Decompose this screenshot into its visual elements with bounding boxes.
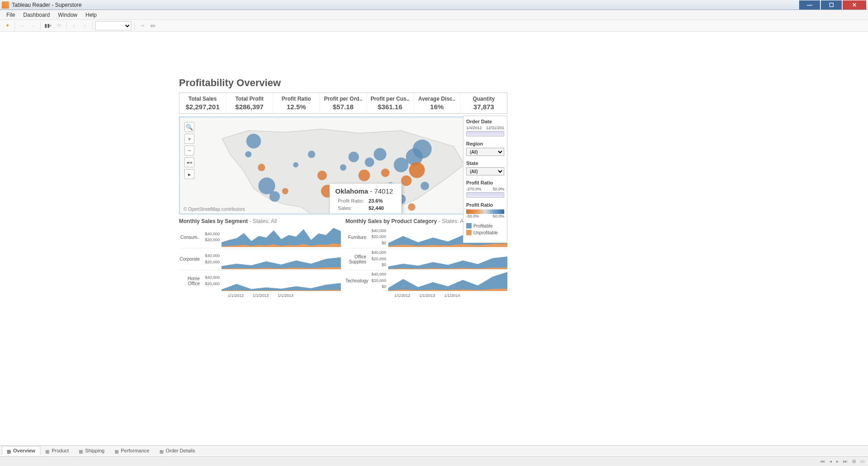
dashboard: Profitability Overview Total Sales $2,29… [179,77,507,298]
tab-performance[interactable]: ⊞Performance [110,446,154,455]
map-play-button[interactable]: ▸ [184,169,194,179]
menu-file[interactable]: File [3,11,19,19]
filter-region-label: Region [466,141,504,146]
svg-point-22 [413,140,432,159]
chart-title: Monthly Sales by Segment - States: All [179,218,341,224]
kpi-profit-per-customer[interactable]: Profit per Cus.. $361.16 [367,93,414,113]
tooltip-state: Oklahoma [335,187,368,195]
svg-point-16 [381,169,390,177]
svg-point-6 [293,162,299,168]
mini-chart[interactable] [222,249,341,269]
filter-region-select[interactable]: (All) [466,148,504,156]
kpi-value: $2,297,201 [181,103,224,111]
grid-view-icon[interactable]: ⊞ [852,459,856,464]
kpi-quantity[interactable]: Quantity 37,873 [461,93,507,113]
kpi-total-sales[interactable]: Total Sales $2,297,201 [179,93,226,113]
window-close-button[interactable]: ✕ [843,0,866,10]
svg-point-1 [245,151,251,157]
svg-point-12 [348,152,359,162]
row-label: Consum.. [179,235,202,240]
svg-point-0 [246,134,261,149]
filter-order-date-slider[interactable] [466,131,504,136]
row-label: Corporate [179,257,202,262]
presentation-button[interactable]: ▭ [148,21,157,30]
nav-next-icon[interactable]: ▸ [836,459,839,464]
svg-point-19 [401,175,411,186]
row-label: Technology [346,278,368,283]
chart-row: Consum..$40,000$20,000 [179,226,341,248]
undo-button[interactable]: ← [18,21,27,30]
chart-row: Corporate$40,000$20,000 [179,248,341,270]
sort-desc-button[interactable]: ↕ [80,21,89,30]
tab-order-details[interactable]: ⊞Order Details [154,446,200,455]
filmstrip-icon[interactable]: ▭ [860,459,864,464]
toolbar: ✦ ← → ▮▮▾ ⟳ ↕ ↕ ⇥ ▭ [0,20,868,32]
highlight-select[interactable] [95,21,131,30]
dashboard-title: Profitability Overview [179,77,507,89]
pause-button[interactable]: ▮▮▾ [43,21,53,30]
redo-button[interactable]: → [29,21,38,30]
app-icon [2,1,9,9]
filter-state-select[interactable]: (All) [466,167,504,175]
map-pin-button[interactable]: ⊷ [184,157,194,167]
legend-gradient [466,209,504,214]
svg-point-23 [420,182,429,190]
mini-chart[interactable] [388,249,508,269]
window-minimize-button[interactable]: — [799,0,820,10]
svg-point-25 [408,204,415,211]
svg-point-18 [394,157,409,172]
chart-row: Home Office$40,000$20,000 [179,270,341,291]
menu-help[interactable]: Help [82,11,101,19]
svg-point-2 [258,164,265,171]
chart-row: Technology$40,000$20,000$0 [346,270,508,291]
tooltip-zip: 74012 [374,187,393,195]
window-maximize-button[interactable]: ☐ [821,0,842,10]
tab-shipping[interactable]: ⊞Shipping [74,446,110,455]
chart-sales-by-segment[interactable]: Monthly Sales by Segment - States: All C… [179,218,341,298]
kpi-average-discount[interactable]: Average Disc.. 16% [414,93,460,113]
map-zoom-in-button[interactable]: + [184,134,194,144]
pin-button[interactable]: ⇥ [137,21,146,30]
tab-product[interactable]: ⊞Product [40,446,74,455]
mini-chart[interactable] [222,271,341,291]
svg-point-5 [282,188,289,194]
mini-chart[interactable] [222,227,341,247]
sort-asc-button[interactable]: ↕ [69,21,78,30]
svg-point-7 [308,150,315,158]
kpi-profit-ratio[interactable]: Profit Ratio 12.5% [273,93,320,113]
tab-overview[interactable]: ⊞Overview [2,446,40,455]
charts-row: Monthly Sales by Segment - States: All C… [179,218,507,298]
nav-first-icon[interactable]: ⏮ [820,459,825,464]
row-label: Office Supplies [346,254,368,264]
map-view[interactable]: 🔍 + − ⊷ ▸ [179,116,507,214]
menu-window[interactable]: Window [54,11,81,19]
kpi-profit-per-order[interactable]: Profit per Ord.. $57.18 [320,93,366,113]
row-label: Home Office [179,276,202,286]
statusbar: ⏮ ◂ ▸ ⏭ ⊞ ▭ [0,456,868,466]
mini-chart[interactable] [388,271,508,291]
svg-point-13 [358,170,370,181]
nav-last-icon[interactable]: ⏭ [843,459,848,464]
dashboard-icon: ⊞ [7,449,11,452]
svg-point-11 [340,164,346,170]
menu-dashboard[interactable]: Dashboard [19,11,53,19]
map-zoom-out-button[interactable]: − [184,146,194,155]
filter-state-label: State [466,160,504,166]
legend-profitability: Profitable Unprofitable [466,223,504,235]
chart-row: Office Supplies$40,000$20,000$0 [346,248,508,270]
nav-prev-icon[interactable]: ◂ [829,459,832,464]
legend-profit-ratio-label: Profit Ratio [466,202,504,208]
menubar: File Dashboard Window Help [0,10,868,20]
filter-order-date-label: Order Date [466,119,504,124]
map-search-button[interactable]: 🔍 [184,122,194,132]
kpi-row: Total Sales $2,297,201 Total Profit $286… [179,92,507,114]
filter-profit-ratio-slider[interactable] [466,192,504,198]
map-attribution: © OpenStreetMap contributors [183,207,245,212]
x-axis: 1/1/2012 1/1/2013 1/1/2014 [179,293,341,298]
tableau-logo-icon[interactable]: ✦ [3,21,12,30]
kpi-total-profit[interactable]: Total Profit $286,397 [226,93,273,113]
refresh-button[interactable]: ⟳ [54,21,63,30]
svg-point-8 [317,170,327,180]
x-axis: 1/1/2012 1/1/2013 1/1/2014 [346,293,508,298]
svg-point-15 [374,148,386,160]
